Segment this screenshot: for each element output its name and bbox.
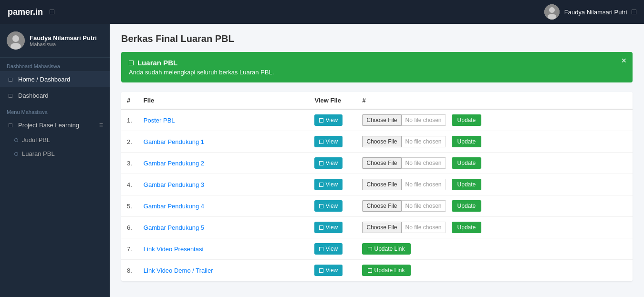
svg-point-1 [549, 7, 555, 13]
sidebar-item-luaran-label: Luaran PBL [22, 150, 55, 157]
cell-file-name[interactable]: Gambar Pendukung 5 [138, 217, 309, 238]
cell-file-name[interactable]: Gambar Pendukung 1 [138, 131, 309, 153]
choose-file-button[interactable]: Choose File [362, 222, 401, 233]
menu-toggle-icon[interactable]: □ [50, 8, 54, 16]
view-button[interactable]: View [314, 114, 343, 126]
pbl-icon: □ [7, 121, 14, 129]
file-chosen-text: No file chosen [402, 114, 446, 126]
sidebar-item-luaran-pbl[interactable]: Luaran PBL [0, 147, 110, 161]
grid-icon: □ [7, 92, 14, 99]
choose-file-label[interactable]: Choose FileNo file chosen [362, 136, 446, 147]
update-button[interactable]: Update [452, 157, 482, 169]
cell-action: Choose FileNo file chosenUpdate [356, 195, 633, 217]
file-input-wrapper: Choose FileNo file chosenUpdate [362, 222, 627, 233]
file-input-wrapper: Choose FileNo file chosenUpdate [362, 157, 627, 169]
update-button[interactable]: Update [452, 179, 482, 190]
cell-file-name[interactable]: Gambar Pendukung 3 [138, 174, 309, 195]
view-button[interactable]: View [314, 157, 343, 169]
navbar-avatar [544, 4, 560, 20]
sidebar-item-dashboard[interactable]: □ Dashboard [0, 87, 110, 103]
table-row: 8.Link Video Demo / Trailer View Update … [121, 260, 633, 281]
view-button[interactable]: View [314, 243, 343, 255]
choose-file-button[interactable]: Choose File [362, 136, 401, 147]
cell-view: View [309, 153, 356, 174]
alert-success: Luaran PBL Anda sudah melengkapi seluruh… [121, 52, 633, 82]
file-input-wrapper: Choose FileNo file chosenUpdate [362, 114, 627, 126]
update-button[interactable]: Update [452, 200, 482, 212]
update-link-button[interactable]: Update Link [362, 265, 410, 276]
sidebar-item-judul-pbl[interactable]: Judul PBL [0, 133, 110, 147]
choose-file-button[interactable]: Choose File [362, 157, 401, 169]
choose-file-button[interactable]: Choose File [362, 179, 401, 190]
file-chosen-text: No file chosen [402, 179, 446, 190]
cell-num: 2. [121, 131, 138, 153]
sidebar-item-home-dashboard[interactable]: □ Home / Dashboard [0, 71, 110, 87]
sidebar: Faudya Nilamsari Putri Mahasiswa Dashboa… [0, 24, 110, 297]
dot-icon [14, 138, 18, 142]
chevron-icon: ≡ [99, 121, 103, 129]
cell-action: Choose FileNo file chosenUpdate [356, 174, 633, 195]
choose-file-button[interactable]: Choose File [362, 200, 401, 212]
cell-action: Choose FileNo file chosenUpdate [356, 131, 633, 153]
alert-close-button[interactable]: ✕ [621, 57, 627, 64]
navbar-expand-icon[interactable]: □ [632, 8, 636, 16]
cell-action: Update Link [356, 260, 633, 281]
table-row: 3.Gambar Pendukung 2 ViewChoose FileNo f… [121, 153, 633, 174]
files-table: # File View File # 1.Poster PBL ViewChoo… [121, 92, 633, 281]
table-row: 5.Gambar Pendukung 4 ViewChoose FileNo f… [121, 195, 633, 217]
table-row: 7.Link Video Presentasi View Update Link [121, 238, 633, 260]
update-button[interactable]: Update [452, 114, 482, 126]
sidebar-item-home-label: Home / Dashboard [18, 76, 70, 83]
file-input-wrapper: Choose FileNo file chosenUpdate [362, 200, 627, 212]
cell-file-name[interactable]: Gambar Pendukung 4 [138, 195, 309, 217]
cell-action: Choose FileNo file chosenUpdate [356, 109, 633, 131]
cell-view: View [309, 238, 356, 260]
sidebar-item-dashboard-label: Dashboard [18, 92, 49, 99]
file-chosen-text: No file chosen [402, 136, 446, 147]
choose-file-label[interactable]: Choose FileNo file chosen [362, 179, 446, 190]
update-link-button[interactable]: Update Link [362, 243, 410, 255]
alert-icon [129, 61, 134, 65]
choose-file-label[interactable]: Choose FileNo file chosen [362, 200, 446, 212]
sidebar-user-profile: Faudya Nilamsari Putri Mahasiswa [0, 24, 110, 58]
cell-view: View [309, 174, 356, 195]
cell-view: View [309, 109, 356, 131]
alert-body: Anda sudah melengkapi seluruh berkas Lua… [129, 69, 625, 76]
cell-view: View [309, 217, 356, 238]
cell-file-name[interactable]: Gambar Pendukung 2 [138, 153, 309, 174]
navbar: pamer.in □ Faudya Nilamsari Putri □ [0, 0, 644, 24]
cell-num: 4. [121, 174, 138, 195]
dot-icon-2 [14, 152, 18, 156]
col-view: View File [309, 92, 356, 109]
view-button[interactable]: View [314, 136, 343, 147]
view-button[interactable]: View [314, 265, 343, 276]
file-input-wrapper: Choose FileNo file chosenUpdate [362, 136, 627, 147]
choose-file-button[interactable]: Choose File [362, 114, 401, 126]
choose-file-label[interactable]: Choose FileNo file chosen [362, 157, 446, 169]
view-button[interactable]: View [314, 222, 343, 233]
cell-num: 8. [121, 260, 138, 281]
sidebar-section-menu: Menu Mahasiswa [0, 103, 110, 117]
update-button[interactable]: Update [452, 136, 482, 147]
view-button[interactable]: View [314, 179, 343, 190]
cell-action: Choose FileNo file chosenUpdate [356, 217, 633, 238]
alert-title: Luaran PBL [129, 59, 625, 67]
cell-file-name[interactable]: Link Video Presentasi [138, 238, 309, 260]
cell-file-name[interactable]: Poster PBL [138, 109, 309, 131]
table-row: 6.Gambar Pendukung 5 ViewChoose FileNo f… [121, 217, 633, 238]
update-button[interactable]: Update [452, 222, 482, 233]
main-content: Berkas Final Luaran PBL Luaran PBL Anda … [110, 24, 644, 297]
choose-file-label[interactable]: Choose FileNo file chosen [362, 114, 446, 126]
sidebar-item-judul-label: Judul PBL [22, 136, 50, 143]
sidebar-item-pbl[interactable]: □ Project Base Learning ≡ [0, 117, 110, 133]
table-body: 1.Poster PBL ViewChoose FileNo file chos… [121, 109, 633, 281]
cell-num: 6. [121, 217, 138, 238]
choose-file-label[interactable]: Choose FileNo file chosen [362, 222, 446, 233]
cell-file-name[interactable]: Link Video Demo / Trailer [138, 260, 309, 281]
sidebar-section-dashboard: Dashboard Mahasiswa [0, 58, 110, 71]
table-row: 1.Poster PBL ViewChoose FileNo file chos… [121, 109, 633, 131]
table-row: 2.Gambar Pendukung 1 ViewChoose FileNo f… [121, 131, 633, 153]
view-button[interactable]: View [314, 200, 343, 212]
sidebar-item-pbl-label: Project Base Learning [18, 122, 79, 129]
navbar-username: Faudya Nilamsari Putri [564, 9, 627, 16]
